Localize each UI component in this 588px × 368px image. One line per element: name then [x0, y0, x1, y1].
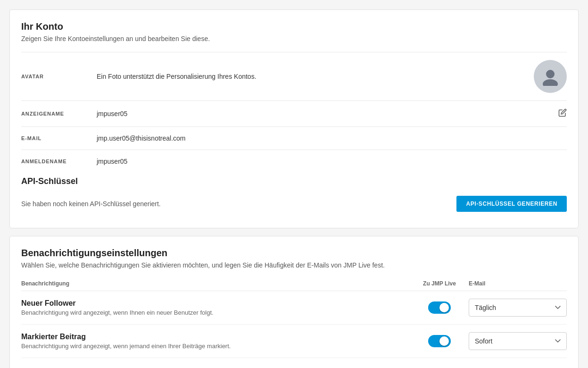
page-wrapper: Ihr Konto Zeigen Sie Ihre Kontoeinstellu… — [0, 0, 588, 368]
header-jmp-live: Zu JMP Live — [416, 280, 463, 287]
avatar-label: AVATAR — [21, 74, 97, 79]
notification-info: Markierter BeitragBenachrichtigung wird … — [21, 333, 416, 350]
email-value: jmp.user05@thisisnotreal.com — [97, 134, 567, 142]
generate-api-key-button[interactable]: API-SCHLÜSSEL GENERIEREN — [456, 196, 567, 212]
avatar[interactable] — [534, 60, 567, 93]
notifications-title: Benachrichtigungseinstellungen — [21, 248, 567, 259]
notifications-card: Benachrichtigungseinstellungen Wählen Si… — [9, 236, 579, 368]
api-section-title: API-Schlüssel — [21, 176, 567, 186]
header-notification: Benachrichtigung — [21, 280, 416, 287]
avatar-row: AVATAR Ein Foto unterstützt die Personal… — [21, 52, 567, 100]
edit-display-name-icon[interactable] — [558, 109, 567, 119]
notifications-subtitle: Wählen Sie, welche Benachrichtigungen Si… — [21, 261, 567, 269]
notification-name: Neuer Follower — [21, 299, 416, 308]
header-email: E-Mail — [463, 280, 567, 287]
notification-select-col: SofortTäglichWöchentlichNie — [463, 299, 567, 317]
display-name-action — [558, 109, 567, 119]
email-label: E-MAIL — [21, 135, 97, 141]
person-icon — [541, 67, 560, 86]
toggle-slider — [428, 301, 451, 314]
notification-toggle-col — [416, 335, 463, 347]
toggle-slider — [428, 335, 451, 347]
login-name-label: ANMELDENAME — [21, 159, 97, 164]
account-subtitle: Zeigen Sie Ihre Kontoeinstellungen an un… — [21, 35, 567, 42]
notifications-rows: Neuer FollowerBenachrichtigung wird ange… — [21, 291, 567, 358]
login-name-row: ANMELDENAME jmpuser05 — [21, 150, 567, 173]
notification-row: Markierter BeitragBenachrichtigung wird … — [21, 325, 567, 358]
email-row: E-MAIL jmp.user05@thisisnotreal.com — [21, 126, 567, 150]
notification-row: Neuer FollowerBenachrichtigung wird ange… — [21, 291, 567, 325]
email-frequency-select[interactable]: SofortTäglichWöchentlichNie — [469, 332, 567, 350]
notification-description: Benachrichtigung wird angezeigt, wenn Ih… — [21, 309, 416, 316]
notification-description: Benachrichtigung wird angezeigt, wenn je… — [21, 343, 416, 350]
api-row: Sie haben noch keinen API-Schlüssel gene… — [21, 191, 567, 217]
avatar-description: Ein Foto unterstützt die Personalisierun… — [97, 73, 534, 80]
notification-name: Markierter Beitrag — [21, 333, 416, 341]
avatar-action — [534, 60, 567, 93]
svg-point-1 — [543, 79, 558, 86]
email-frequency-select[interactable]: SofortTäglichWöchentlichNie — [469, 299, 567, 317]
api-description: Sie haben noch keinen API-Schlüssel gene… — [21, 200, 161, 208]
notification-info: Neuer FollowerBenachrichtigung wird ange… — [21, 299, 416, 316]
notification-toggle-col — [416, 301, 463, 314]
display-name-label: ANZEIGENAME — [21, 111, 97, 117]
account-card: Ihr Konto Zeigen Sie Ihre Kontoeinstellu… — [9, 9, 579, 228]
notification-select-col: SofortTäglichWöchentlichNie — [463, 332, 567, 350]
notification-toggle[interactable] — [428, 301, 451, 314]
display-name-value: jmpuser05 — [97, 110, 558, 117]
notifications-table-header: Benachrichtigung Zu JMP Live E-Mail — [21, 276, 567, 291]
svg-point-0 — [546, 70, 555, 78]
display-name-row: ANZEIGENAME jmpuser05 — [21, 100, 567, 126]
notification-toggle[interactable] — [428, 335, 451, 347]
login-name-value: jmpuser05 — [97, 158, 567, 165]
account-title: Ihr Konto — [21, 21, 567, 32]
